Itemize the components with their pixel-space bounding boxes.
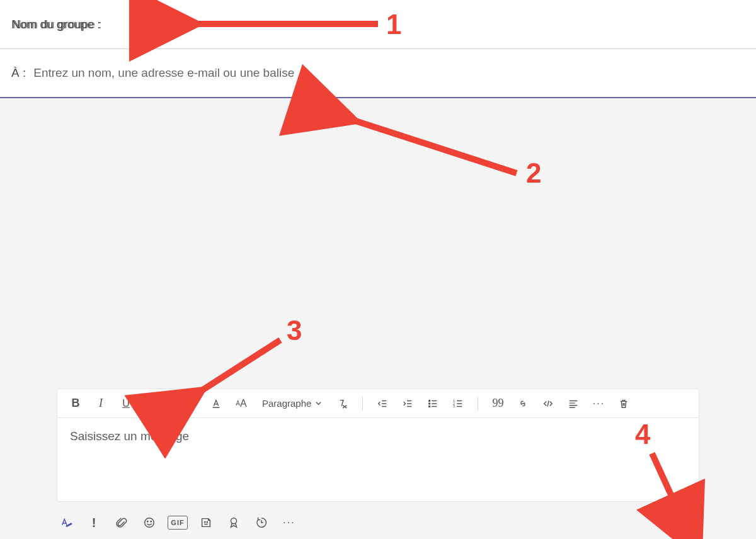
format-toolbar: B I U S AA Paragraphe 123 xyxy=(57,389,699,418)
annotation-number: 2 xyxy=(526,157,541,189)
chevron-down-icon xyxy=(315,400,322,407)
message-textarea[interactable] xyxy=(69,428,687,458)
send-button[interactable] xyxy=(678,512,699,533)
gif-button[interactable]: GIF xyxy=(168,516,188,530)
sticker-button[interactable] xyxy=(197,513,215,532)
recipients-row: À : xyxy=(0,49,756,97)
font-color-button[interactable] xyxy=(207,394,226,413)
paragraph-style-label: Paragraphe xyxy=(262,398,311,409)
svg-text:3: 3 xyxy=(453,404,455,408)
svg-point-2 xyxy=(429,406,430,407)
bold-button[interactable]: B xyxy=(66,394,85,413)
recipients-input[interactable] xyxy=(32,65,756,81)
attach-button[interactable] xyxy=(112,513,131,532)
more-formatting-button[interactable]: ··· xyxy=(589,394,608,413)
praise-button[interactable] xyxy=(224,513,243,532)
toolbar-divider xyxy=(478,397,478,411)
svg-point-9 xyxy=(204,521,205,522)
more-actions-button[interactable]: ··· xyxy=(280,513,299,532)
bullet-list-button[interactable] xyxy=(423,394,442,413)
svg-point-0 xyxy=(429,400,430,401)
text-highlight-button[interactable] xyxy=(181,394,200,413)
message-body-area[interactable] xyxy=(57,418,699,501)
annotation-number: 3 xyxy=(287,315,302,346)
outdent-button[interactable] xyxy=(373,394,392,413)
annotation-number: 4 xyxy=(635,419,650,450)
link-button[interactable] xyxy=(513,394,532,413)
schedule-button[interactable] xyxy=(252,513,271,532)
svg-point-1 xyxy=(429,402,430,404)
message-composer: B I U S AA Paragraphe 123 xyxy=(57,389,699,502)
toolbar-divider xyxy=(362,397,363,411)
font-size-button[interactable]: AA xyxy=(232,394,251,413)
svg-point-11 xyxy=(231,518,236,524)
strikethrough-button[interactable]: S xyxy=(142,394,161,413)
group-name-label: Nom du groupe : xyxy=(11,18,101,31)
clear-formatting-button[interactable] xyxy=(333,394,352,413)
annotation-number: 1 xyxy=(386,9,401,40)
delete-message-button[interactable] xyxy=(614,394,633,413)
emoji-button[interactable] xyxy=(140,513,159,532)
svg-point-8 xyxy=(151,521,151,521)
quote-button[interactable]: 99 xyxy=(488,394,507,413)
paragraph-align-button[interactable] xyxy=(564,394,583,413)
to-label: À : xyxy=(11,66,26,80)
importance-button[interactable]: ! xyxy=(84,513,103,532)
indent-button[interactable] xyxy=(398,394,417,413)
underline-button[interactable]: U xyxy=(117,394,135,413)
svg-point-10 xyxy=(207,521,207,522)
italic-button[interactable]: I xyxy=(91,394,110,413)
composer-action-bar: ! GIF ··· xyxy=(57,511,699,534)
numbered-list-button[interactable]: 123 xyxy=(449,394,467,413)
toolbar-divider xyxy=(171,397,171,411)
group-name-row: Nom du groupe : xyxy=(0,0,756,49)
svg-point-6 xyxy=(145,518,154,528)
code-button[interactable] xyxy=(539,394,558,413)
format-toggle-button[interactable] xyxy=(57,513,76,532)
paragraph-style-dropdown[interactable]: Paragraphe xyxy=(257,394,327,413)
svg-point-7 xyxy=(147,521,148,521)
